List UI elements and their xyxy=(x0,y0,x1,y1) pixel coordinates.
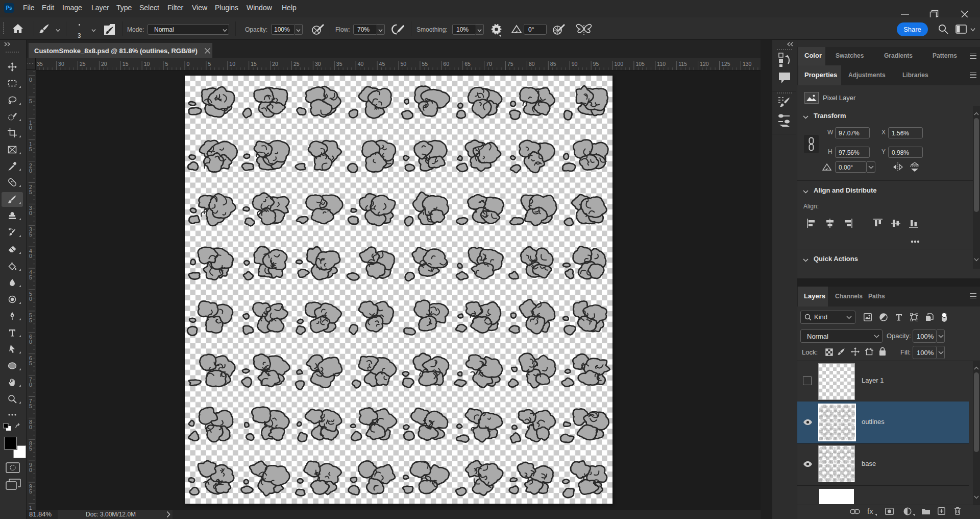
svg-text:5: 5 xyxy=(29,360,32,366)
svg-text:70: 70 xyxy=(486,61,492,67)
svg-text:0: 0 xyxy=(29,125,32,131)
svg-text:25: 25 xyxy=(80,61,86,67)
svg-text:5: 5 xyxy=(29,146,32,152)
svg-text:120: 120 xyxy=(700,61,709,67)
svg-text:85: 85 xyxy=(550,61,556,67)
svg-text:5: 5 xyxy=(165,61,168,67)
svg-text:15: 15 xyxy=(251,61,257,67)
svg-text:80: 80 xyxy=(529,61,535,67)
svg-text:105: 105 xyxy=(635,61,645,67)
svg-text:40: 40 xyxy=(358,61,364,67)
svg-text:30: 30 xyxy=(315,61,321,67)
svg-text:0: 0 xyxy=(29,253,32,259)
svg-text:5: 5 xyxy=(29,98,32,104)
svg-text:0: 0 xyxy=(29,467,32,473)
svg-text:5: 5 xyxy=(29,231,32,238)
svg-text:0: 0 xyxy=(29,296,32,302)
svg-text:35: 35 xyxy=(37,61,43,67)
svg-text:0: 0 xyxy=(29,168,32,174)
svg-text:125: 125 xyxy=(721,61,730,67)
svg-text:0: 0 xyxy=(29,339,32,345)
svg-text:30: 30 xyxy=(58,61,64,67)
svg-text:100: 100 xyxy=(615,61,624,67)
svg-text:5: 5 xyxy=(29,445,32,452)
svg-text:0: 0 xyxy=(29,424,32,430)
svg-text:0: 0 xyxy=(29,382,32,388)
svg-text:110: 110 xyxy=(657,61,666,67)
svg-text:20: 20 xyxy=(101,61,107,67)
svg-text:10: 10 xyxy=(229,61,235,67)
svg-text:20: 20 xyxy=(272,61,278,67)
svg-text:0: 0 xyxy=(187,61,190,67)
svg-text:5: 5 xyxy=(29,488,32,494)
svg-text:90: 90 xyxy=(572,61,578,67)
svg-text:0: 0 xyxy=(29,77,32,83)
svg-text:5: 5 xyxy=(208,61,211,67)
svg-text:35: 35 xyxy=(336,61,342,67)
svg-text:5: 5 xyxy=(29,403,32,409)
svg-text:15: 15 xyxy=(122,61,129,67)
svg-text:115: 115 xyxy=(678,61,687,67)
svg-text:5: 5 xyxy=(29,274,32,280)
svg-text:5: 5 xyxy=(29,317,32,323)
svg-text:5: 5 xyxy=(29,189,32,195)
svg-text:25: 25 xyxy=(293,61,300,67)
svg-text:95: 95 xyxy=(593,61,599,67)
svg-text:1: 1 xyxy=(29,505,32,510)
svg-text:45: 45 xyxy=(379,61,385,67)
svg-text:55: 55 xyxy=(422,61,428,67)
svg-text:10: 10 xyxy=(144,61,150,67)
svg-text:60: 60 xyxy=(443,61,449,67)
svg-text:50: 50 xyxy=(401,61,407,67)
svg-text:65: 65 xyxy=(464,61,471,67)
svg-text:75: 75 xyxy=(507,61,513,67)
svg-text:0: 0 xyxy=(29,210,32,216)
svg-text:130: 130 xyxy=(743,61,752,67)
